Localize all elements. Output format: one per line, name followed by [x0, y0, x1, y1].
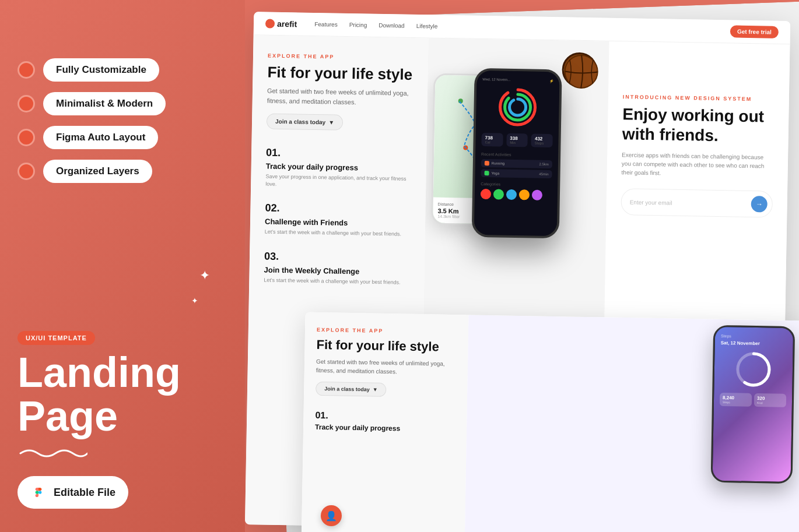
editable-label: Editable File: [54, 487, 115, 499]
bottom-phone-mockup: Steps Sat, 12 November 8,240 Steps: [711, 325, 796, 484]
feature-label-1: Fully Customizable: [43, 58, 159, 82]
figma-icon: [30, 484, 47, 501]
bottom-feature-title: Track your daily progress: [315, 423, 455, 434]
feature-03: 03. Join the Weekly Challenge Let's star…: [264, 250, 410, 286]
bottom-preview-card: EXPLORE THE APP Fit for your life style …: [302, 312, 799, 532]
bottom-card-left: EXPLORE THE APP Fit for your life style …: [302, 312, 469, 532]
sparkle-icon-1: ✦: [199, 268, 210, 283]
feature-desc-3: Let's start the week with a challenge wi…: [264, 276, 409, 286]
editable-file-button[interactable]: Editable File: [17, 476, 128, 509]
enjoy-desc: Exercise apps with friends can be challe…: [622, 150, 774, 179]
feature-label-2: Minimalist & Modern: [43, 92, 166, 115]
bottom-card-content: EXPLORE THE APP Fit for your life style …: [302, 312, 799, 532]
email-placeholder: Enter your email: [630, 199, 747, 207]
feature-dot-3: [17, 129, 35, 146]
send-button[interactable]: →: [751, 196, 767, 212]
feature-title-1: Track your daily progress: [266, 162, 412, 173]
ux-badge: UX/UI TEMPLATE: [17, 331, 227, 351]
feature-num-2: 02.: [265, 202, 411, 217]
arrow-icon: ▼: [328, 119, 334, 126]
bottom-hero-title: Fit for your life style: [316, 337, 456, 355]
landing-title: Landing Page: [17, 351, 227, 439]
email-input-row[interactable]: Enter your email →: [621, 188, 773, 218]
feature-item-4: Organized Layers: [17, 160, 227, 183]
bottom-arrow-icon: ▼: [373, 387, 378, 393]
feature-num-3: 03.: [264, 250, 410, 265]
feature-title-2: Challenge with Friends: [265, 217, 411, 228]
feature-label-4: Organized Layers: [43, 160, 152, 183]
nav-link-pricing[interactable]: Pricing: [349, 22, 367, 29]
squiggle-decoration: [17, 445, 227, 461]
bottom-branding: ✦ ✦ UX/UI TEMPLATE Landing Page: [17, 331, 227, 509]
feature-item-1: Fully Customizable: [17, 58, 227, 82]
nav-link-lifestyle[interactable]: Lifestyle: [416, 23, 438, 30]
get-trial-button[interactable]: Get free trial: [730, 25, 779, 38]
feature-item-2: Minimalist & Modern: [17, 92, 227, 115]
basketball-decoration: [562, 52, 597, 87]
feature-desc-2: Let's start the week with a challenge wi…: [265, 228, 411, 238]
feature-dot-1: [17, 61, 35, 79]
feature-02: 02. Challenge with Friends Let's start t…: [265, 202, 411, 238]
join-class-button[interactable]: Join a class today ▼: [267, 114, 344, 131]
bottom-feature-num: 01.: [315, 410, 455, 423]
main-phone-mockup: Wed, 12 Novem... ⚡: [472, 68, 562, 239]
features-list: Fully Customizable Minimalist & Modern F…: [17, 58, 227, 183]
hero-title: Fit for your life style: [267, 64, 413, 84]
features-section: 01. Track your daily progress Save your …: [264, 147, 412, 287]
right-panel: EXPLORE THE APP Fit for your life style …: [245, 0, 799, 532]
enjoy-title: Enjoy working out with friends.: [622, 104, 775, 146]
feature-label-3: Figma Auto Layout: [43, 126, 158, 149]
bottom-card-right: Steps Sat, 12 November 8,240 Steps: [465, 315, 799, 532]
bottom-join-button[interactable]: Join a class today ▼: [316, 382, 387, 397]
svg-point-21: [509, 99, 525, 115]
feature-num-1: 01.: [266, 147, 412, 161]
person-icon: 👤: [321, 505, 342, 526]
left-panel: Fully Customizable Minimalist & Modern F…: [0, 0, 245, 532]
feature-01: 01. Track your daily progress Save your …: [265, 147, 412, 191]
nav-logo: arefit: [265, 19, 297, 29]
feature-desc-1: Save your progress in one application, a…: [265, 173, 411, 191]
nav-link-download[interactable]: Download: [379, 22, 405, 29]
bottom-feature-01: 01. Track your daily progress: [315, 410, 455, 434]
nav-links: Features Pricing Download Lifestyle: [314, 21, 730, 34]
feature-dot-2: [17, 95, 35, 112]
hero-subtitle: Get started with two free weeks of unlim…: [267, 86, 413, 108]
feature-title-3: Join the Weekly Challenge: [264, 265, 410, 276]
bottom-hero-subtitle: Get started with two free weeks of unlim…: [316, 357, 456, 377]
introducing-label: INTRODUCING NEW DESIGN SYSTEM: [623, 94, 775, 103]
explore-label: EXPLORE THE APP: [268, 53, 413, 61]
sparkle-icon-2: ✦: [191, 296, 198, 305]
logo-dot: [265, 19, 275, 28]
nav-link-features[interactable]: Features: [314, 21, 338, 28]
feature-dot-4: [17, 163, 35, 180]
bottom-explore-label: EXPLORE THE APP: [317, 327, 457, 335]
feature-item-3: Figma Auto Layout: [17, 126, 227, 149]
